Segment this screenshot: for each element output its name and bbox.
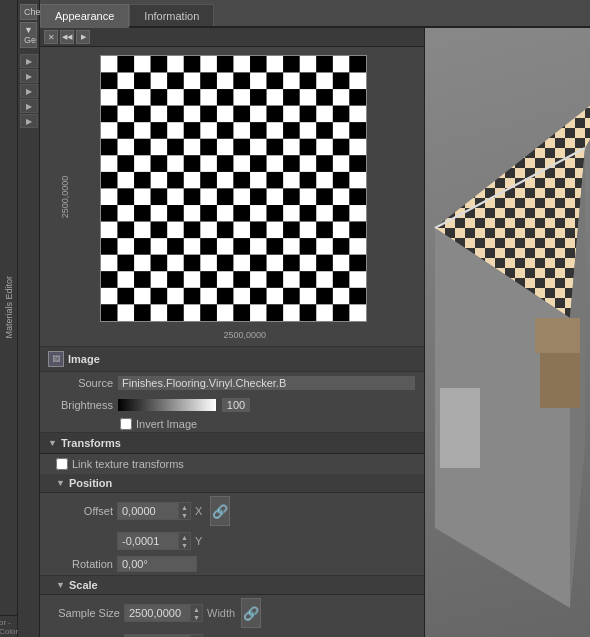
side-nav-5[interactable]: ▶	[20, 114, 38, 128]
offset-y-down[interactable]: ▼	[179, 541, 190, 549]
link-wh-icon[interactable]: 🔗	[241, 598, 261, 628]
transforms-label: Transforms	[61, 437, 121, 449]
scene-preview	[425, 28, 590, 637]
offset-y-input[interactable]	[118, 534, 178, 548]
tab-appearance[interactable]: Appearance	[40, 4, 129, 28]
position-header[interactable]: ▼ Position	[40, 474, 424, 493]
link-xy-icon[interactable]: 🔗	[210, 496, 230, 526]
sample-size-label: Sample Size	[48, 607, 120, 619]
invert-checkbox[interactable]	[120, 418, 132, 430]
link-texture-label: Link texture transforms	[72, 458, 184, 470]
offset-y-up[interactable]: ▲	[179, 533, 190, 541]
x-axis-label: X	[195, 505, 202, 517]
ge-button[interactable]: ▼ Ge	[20, 22, 37, 48]
source-input[interactable]	[117, 375, 416, 391]
offset-x-up[interactable]: ▲	[179, 503, 190, 511]
width-up[interactable]: ▲	[191, 605, 202, 613]
position-label: Position	[69, 477, 112, 489]
offset-x-input[interactable]	[118, 504, 178, 518]
checker-preview	[100, 55, 367, 322]
offset-label: Offset	[48, 505, 113, 517]
image-header: Image	[68, 353, 100, 365]
rotation-label: Rotation	[48, 558, 113, 570]
tab-information[interactable]: Information	[129, 4, 214, 26]
preview-width-label: 2500,0000	[223, 330, 266, 340]
side-nav-4[interactable]: ▶	[20, 99, 38, 113]
y-axis-label: Y	[195, 535, 202, 547]
offset-x-down[interactable]: ▼	[179, 511, 190, 519]
scale-header[interactable]: ▼ Scale	[40, 575, 424, 595]
side-nav-2[interactable]: ▶	[20, 69, 38, 83]
check-button[interactable]: Chec	[20, 4, 37, 20]
forward-button[interactable]: ▶	[76, 30, 90, 44]
width-down[interactable]: ▼	[191, 613, 202, 621]
back-button[interactable]: ◀◀	[60, 30, 74, 44]
brightness-label: Brightness	[48, 399, 113, 411]
side-nav-3[interactable]: ▶	[20, 84, 38, 98]
rotation-input[interactable]	[117, 556, 197, 572]
preview-height-label: 2500,0000	[60, 175, 70, 218]
brightness-value[interactable]	[221, 397, 251, 413]
brightness-bar[interactable]	[117, 398, 217, 412]
invert-label: Invert Image	[136, 418, 197, 430]
bottom-color-label: or - Color	[0, 618, 18, 636]
transforms-header[interactable]: ▼ Transforms	[40, 432, 424, 454]
link-texture-checkbox[interactable]	[56, 458, 68, 470]
scale-label: Scale	[69, 579, 98, 591]
materials-editor-label: Materials Editor	[4, 276, 14, 339]
width-input[interactable]	[125, 606, 190, 620]
close-button[interactable]: ✕	[44, 30, 58, 44]
source-label: Source	[48, 377, 113, 389]
image-icon: 🖼	[48, 351, 64, 367]
width-label: Width	[207, 607, 235, 619]
side-nav-1[interactable]: ▶	[20, 54, 38, 68]
